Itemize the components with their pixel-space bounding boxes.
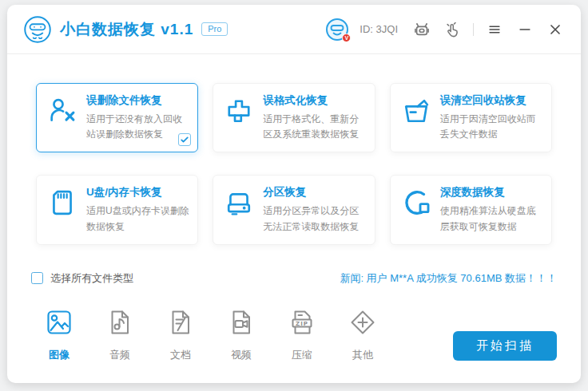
document-file-icon (167, 309, 194, 336)
select-all-file-types[interactable]: 选择所有文件类型 (31, 271, 133, 286)
select-all-label: 选择所有文件类型 (50, 271, 133, 286)
card-title: 误删除文件恢复 (86, 93, 189, 108)
user-id: ID: 3JQI (360, 23, 398, 35)
app-title: 小白数据恢复 v1.1 (60, 19, 193, 40)
app-window: 小白数据恢复 v1.1 Pro V ID: 3JQI (7, 5, 581, 383)
card-usb-sd-recovery[interactable]: U盘/内存卡恢复 适用U盘或内存卡误删除数据恢复 (36, 175, 198, 244)
filter-row: 选择所有文件类型 新闻: 用户 M**A 成功恢复 70.61MB 数据！！！ (31, 271, 557, 286)
file-types-row: 图像 音频 (31, 309, 557, 362)
user-avatar[interactable]: V (326, 18, 348, 41)
card-title: U盘/内存卡恢复 (86, 185, 189, 199)
sd-card-icon (46, 187, 78, 219)
user-x-icon (46, 95, 78, 127)
card-format-recovery[interactable]: 误格式化恢复 适用于格式化、重新分区及系统重装数据恢复 (213, 83, 375, 152)
hand-click-button[interactable] (443, 20, 462, 39)
card-title: 误格式化恢复 (263, 93, 366, 108)
filetype-image[interactable]: 图像 (41, 309, 77, 362)
filetype-label: 其他 (352, 348, 373, 362)
app-logo-icon (23, 15, 52, 44)
start-scan-button[interactable]: 开始扫描 (453, 331, 557, 361)
zip-file-icon: ZIP (288, 309, 316, 336)
video-file-icon (228, 309, 255, 336)
audio-file-icon (106, 309, 133, 336)
filetype-label: 压缩 (292, 348, 312, 362)
recovery-mode-grid: 误删除文件恢复 适用于还没有放入回收站误删除数据恢复 误 (36, 83, 552, 245)
card-desc: 适用于因清空回收站而丢失文件数据 (440, 112, 543, 142)
deep-scan-icon (400, 187, 432, 219)
card-deleted-file-recovery[interactable]: 误删除文件恢复 适用于还没有放入回收站误删除数据恢复 (36, 83, 198, 152)
card-deep-recovery[interactable]: 深度数据恢复 使用精准算法从硬盘底层获取可恢复数据 (390, 175, 552, 244)
card-partition-recovery[interactable]: 分区恢复 适用分区异常以及分区无法正常读取数据恢复 (213, 175, 375, 244)
card-recycle-bin-recovery[interactable]: 误清空回收站恢复 适用于因清空回收站而丢失文件数据 (390, 83, 552, 152)
svg-text:ZIP: ZIP (296, 321, 308, 327)
card-title: 分区恢复 (263, 185, 366, 199)
other-diamond-icon (349, 309, 376, 336)
card-title: 误清空回收站恢复 (440, 93, 543, 108)
title-bar: 小白数据恢复 v1.1 Pro V ID: 3JQI (7, 5, 581, 54)
recycle-bin-icon (400, 95, 432, 127)
image-icon (46, 309, 73, 336)
card-desc: 使用精准算法从硬盘底层获取可恢复数据 (440, 203, 543, 234)
card-desc: 适用于还没有放入回收站误删除数据恢复 (86, 112, 189, 142)
pro-badge: Pro (201, 22, 228, 36)
avatar-v-badge: V (342, 34, 351, 42)
filetype-label: 图像 (49, 348, 70, 362)
filetype-label: 视频 (231, 348, 252, 362)
card-desc: 适用于格式化、重新分区及系统重装数据恢复 (263, 112, 366, 142)
select-all-checkbox[interactable] (31, 272, 43, 284)
news-ticker: 新闻: 用户 M**A 成功恢复 70.61MB 数据！！！ (340, 271, 557, 286)
filetype-audio[interactable]: 音频 (101, 309, 138, 362)
filetype-zip[interactable]: ZIP 压缩 (284, 309, 320, 362)
card-desc: 适用分区异常以及分区无法正常读取数据恢复 (263, 203, 366, 234)
robot-assistant-button[interactable] (412, 20, 431, 39)
close-icon[interactable] (546, 20, 565, 39)
header-divider (473, 23, 474, 36)
format-brush-icon (223, 95, 255, 127)
filetype-other[interactable]: 其他 (344, 309, 381, 362)
hard-drive-icon (223, 187, 255, 219)
minimize-icon[interactable] (515, 20, 534, 39)
filetype-label: 文档 (170, 348, 191, 362)
card-title: 深度数据恢复 (440, 185, 543, 199)
filetype-label: 音频 (109, 348, 130, 362)
card-checkbox-checked[interactable] (178, 133, 191, 146)
menu-icon[interactable] (485, 20, 504, 39)
filetype-document[interactable]: 文档 (162, 309, 199, 362)
card-desc: 适用U盘或内存卡误删除数据恢复 (86, 203, 189, 234)
filetype-video[interactable]: 视频 (223, 309, 260, 362)
